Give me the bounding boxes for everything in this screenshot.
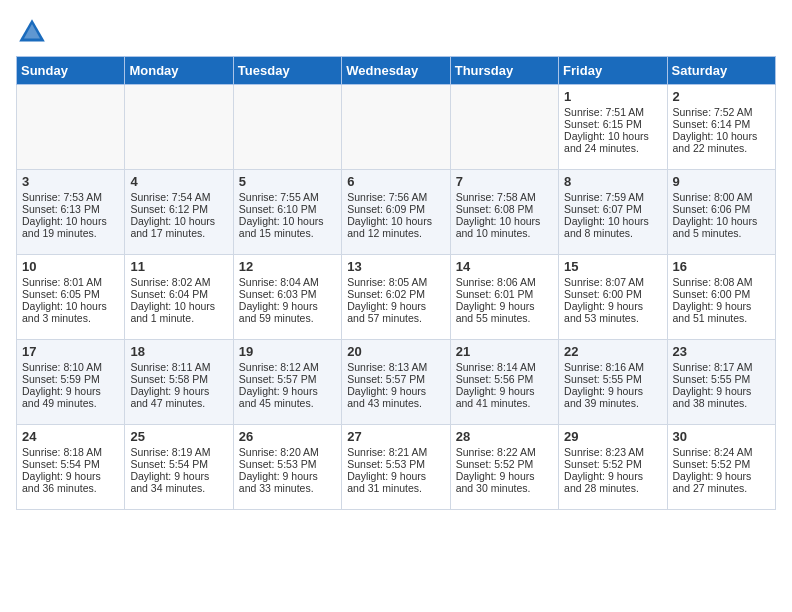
day-info-line: Daylight: 9 hours and 55 minutes.: [456, 300, 553, 324]
day-info-line: Sunrise: 8:08 AM: [673, 276, 770, 288]
day-info-line: Daylight: 10 hours and 22 minutes.: [673, 130, 770, 154]
day-info-line: Sunset: 6:13 PM: [22, 203, 119, 215]
day-info-line: Sunrise: 8:11 AM: [130, 361, 227, 373]
day-info-line: Sunset: 5:54 PM: [130, 458, 227, 470]
calendar-cell: [233, 85, 341, 170]
calendar-cell: 27Sunrise: 8:21 AMSunset: 5:53 PMDayligh…: [342, 425, 450, 510]
day-info-line: Sunrise: 8:16 AM: [564, 361, 661, 373]
day-info-line: Daylight: 10 hours and 1 minute.: [130, 300, 227, 324]
day-info-line: Daylight: 10 hours and 8 minutes.: [564, 215, 661, 239]
day-info-line: Sunset: 6:06 PM: [673, 203, 770, 215]
day-info-line: Sunrise: 8:01 AM: [22, 276, 119, 288]
day-number: 23: [673, 344, 770, 359]
day-info-line: Sunset: 6:10 PM: [239, 203, 336, 215]
day-number: 13: [347, 259, 444, 274]
day-info-line: Daylight: 9 hours and 47 minutes.: [130, 385, 227, 409]
day-info-line: Daylight: 9 hours and 45 minutes.: [239, 385, 336, 409]
weekday-header-monday: Monday: [125, 57, 233, 85]
calendar-cell: 21Sunrise: 8:14 AMSunset: 5:56 PMDayligh…: [450, 340, 558, 425]
day-info-line: Daylight: 9 hours and 39 minutes.: [564, 385, 661, 409]
day-info-line: Daylight: 9 hours and 57 minutes.: [347, 300, 444, 324]
day-info-line: Sunrise: 8:24 AM: [673, 446, 770, 458]
calendar-cell: 15Sunrise: 8:07 AMSunset: 6:00 PMDayligh…: [559, 255, 667, 340]
calendar-week-row: 24Sunrise: 8:18 AMSunset: 5:54 PMDayligh…: [17, 425, 776, 510]
day-info-line: Sunset: 6:08 PM: [456, 203, 553, 215]
day-info-line: Sunrise: 7:52 AM: [673, 106, 770, 118]
day-info-line: Sunset: 5:56 PM: [456, 373, 553, 385]
calendar-cell: 2Sunrise: 7:52 AMSunset: 6:14 PMDaylight…: [667, 85, 775, 170]
logo: [16, 16, 52, 48]
day-info-line: Sunrise: 8:22 AM: [456, 446, 553, 458]
calendar-cell: 23Sunrise: 8:17 AMSunset: 5:55 PMDayligh…: [667, 340, 775, 425]
day-number: 9: [673, 174, 770, 189]
calendar-cell: 5Sunrise: 7:55 AMSunset: 6:10 PMDaylight…: [233, 170, 341, 255]
day-number: 29: [564, 429, 661, 444]
day-number: 10: [22, 259, 119, 274]
day-number: 19: [239, 344, 336, 359]
day-info-line: Sunrise: 8:07 AM: [564, 276, 661, 288]
day-info-line: Sunset: 5:53 PM: [347, 458, 444, 470]
day-info-line: Sunset: 6:00 PM: [673, 288, 770, 300]
calendar-cell: 6Sunrise: 7:56 AMSunset: 6:09 PMDaylight…: [342, 170, 450, 255]
day-info-line: Daylight: 10 hours and 15 minutes.: [239, 215, 336, 239]
day-info-line: Sunset: 5:55 PM: [673, 373, 770, 385]
day-info-line: Daylight: 10 hours and 24 minutes.: [564, 130, 661, 154]
day-number: 30: [673, 429, 770, 444]
day-number: 22: [564, 344, 661, 359]
day-info-line: Daylight: 9 hours and 43 minutes.: [347, 385, 444, 409]
day-info-line: Sunrise: 8:02 AM: [130, 276, 227, 288]
logo-icon: [16, 16, 48, 48]
day-info-line: Sunset: 5:59 PM: [22, 373, 119, 385]
day-info-line: Sunset: 6:07 PM: [564, 203, 661, 215]
calendar-cell: 19Sunrise: 8:12 AMSunset: 5:57 PMDayligh…: [233, 340, 341, 425]
day-info-line: Sunrise: 8:14 AM: [456, 361, 553, 373]
day-info-line: Sunrise: 7:53 AM: [22, 191, 119, 203]
day-info-line: Sunset: 6:04 PM: [130, 288, 227, 300]
day-number: 7: [456, 174, 553, 189]
calendar-cell: 17Sunrise: 8:10 AMSunset: 5:59 PMDayligh…: [17, 340, 125, 425]
day-info-line: Sunrise: 7:56 AM: [347, 191, 444, 203]
day-info-line: Sunrise: 8:10 AM: [22, 361, 119, 373]
day-info-line: Sunset: 5:53 PM: [239, 458, 336, 470]
day-info-line: Daylight: 9 hours and 41 minutes.: [456, 385, 553, 409]
weekday-header-friday: Friday: [559, 57, 667, 85]
day-info-line: Daylight: 9 hours and 36 minutes.: [22, 470, 119, 494]
day-number: 3: [22, 174, 119, 189]
day-info-line: Sunset: 5:58 PM: [130, 373, 227, 385]
day-info-line: Sunrise: 8:13 AM: [347, 361, 444, 373]
day-info-line: Sunrise: 7:55 AM: [239, 191, 336, 203]
day-info-line: Sunrise: 8:05 AM: [347, 276, 444, 288]
calendar-cell: 16Sunrise: 8:08 AMSunset: 6:00 PMDayligh…: [667, 255, 775, 340]
day-info-line: Sunrise: 8:23 AM: [564, 446, 661, 458]
day-info-line: Daylight: 9 hours and 59 minutes.: [239, 300, 336, 324]
day-info-line: Daylight: 9 hours and 53 minutes.: [564, 300, 661, 324]
day-info-line: Daylight: 9 hours and 33 minutes.: [239, 470, 336, 494]
day-info-line: Sunrise: 8:18 AM: [22, 446, 119, 458]
weekday-header-thursday: Thursday: [450, 57, 558, 85]
day-info-line: Daylight: 9 hours and 27 minutes.: [673, 470, 770, 494]
day-info-line: Daylight: 9 hours and 28 minutes.: [564, 470, 661, 494]
day-info-line: Sunrise: 7:59 AM: [564, 191, 661, 203]
day-number: 6: [347, 174, 444, 189]
day-info-line: Sunset: 5:52 PM: [564, 458, 661, 470]
calendar-cell: 18Sunrise: 8:11 AMSunset: 5:58 PMDayligh…: [125, 340, 233, 425]
day-info-line: Sunset: 6:09 PM: [347, 203, 444, 215]
calendar-cell: 12Sunrise: 8:04 AMSunset: 6:03 PMDayligh…: [233, 255, 341, 340]
day-number: 24: [22, 429, 119, 444]
day-number: 17: [22, 344, 119, 359]
calendar-cell: [342, 85, 450, 170]
weekday-header-tuesday: Tuesday: [233, 57, 341, 85]
day-info-line: Daylight: 9 hours and 30 minutes.: [456, 470, 553, 494]
calendar-week-row: 10Sunrise: 8:01 AMSunset: 6:05 PMDayligh…: [17, 255, 776, 340]
page-header: [16, 16, 776, 48]
calendar-cell: 25Sunrise: 8:19 AMSunset: 5:54 PMDayligh…: [125, 425, 233, 510]
weekday-header-sunday: Sunday: [17, 57, 125, 85]
day-info-line: Sunset: 6:01 PM: [456, 288, 553, 300]
day-info-line: Daylight: 9 hours and 51 minutes.: [673, 300, 770, 324]
day-info-line: Sunrise: 8:17 AM: [673, 361, 770, 373]
day-number: 14: [456, 259, 553, 274]
day-number: 25: [130, 429, 227, 444]
day-number: 21: [456, 344, 553, 359]
calendar-cell: 29Sunrise: 8:23 AMSunset: 5:52 PMDayligh…: [559, 425, 667, 510]
day-number: 20: [347, 344, 444, 359]
